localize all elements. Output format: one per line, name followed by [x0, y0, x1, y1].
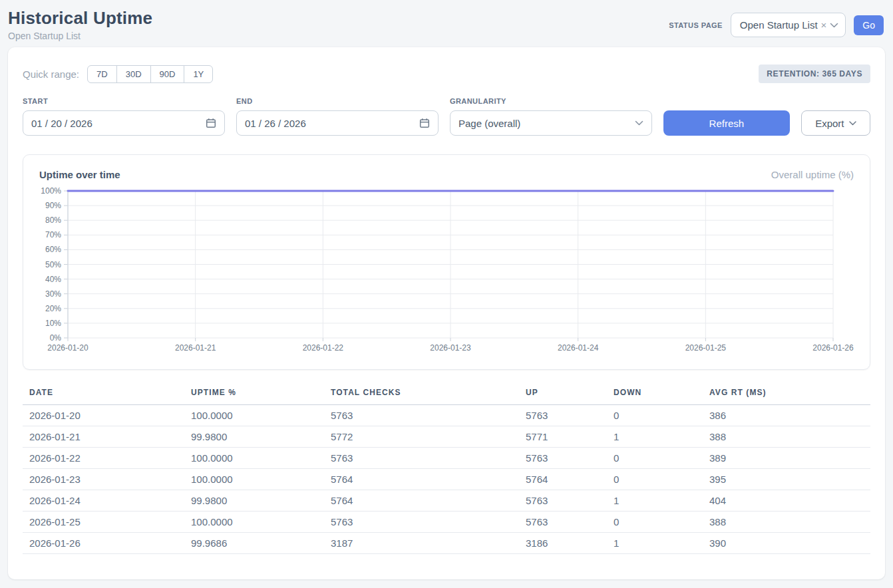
start-date-value: 01 / 20 / 2026 [31, 118, 92, 129]
clear-icon[interactable]: × [821, 19, 827, 31]
table-cell: 390 [703, 533, 870, 554]
table-cell: 99.9800 [184, 490, 324, 512]
table-cell: 3187 [324, 533, 519, 554]
table-cell: 0 [607, 469, 703, 490]
granularity-select[interactable]: Page (overall) [450, 110, 652, 136]
table-cell: 1 [607, 490, 703, 512]
go-button[interactable]: Go [854, 15, 884, 35]
x-tick-label: 2026-01-22 [303, 343, 344, 353]
table-cell: 404 [703, 490, 870, 512]
granularity-label: GRANULARITY [450, 97, 652, 105]
table-cell: 2026-01-22 [23, 448, 184, 469]
retention-badge: RETENTION: 365 DAYS [759, 65, 870, 83]
end-date-field: END 01 / 26 / 2026 [236, 97, 439, 136]
chart-title: Uptime over time [39, 169, 120, 180]
table-cell: 5771 [519, 426, 607, 448]
table-body: 2026-01-20100.00005763576303862026-01-21… [23, 405, 870, 554]
x-tick-label: 2026-01-26 [812, 343, 854, 353]
table-cell: 5764 [324, 490, 519, 512]
table-cell: 395 [703, 469, 870, 490]
export-button[interactable]: Export [801, 110, 870, 136]
table-cell: 0 [607, 405, 703, 426]
table-cell: 386 [703, 405, 870, 426]
status-page-label: STATUS PAGE [669, 21, 723, 29]
topbar-right: STATUS PAGE Open Startup List × Go [669, 13, 884, 37]
x-tick-label: 2026-01-24 [558, 343, 599, 353]
status-page-select[interactable]: Open Startup List × [731, 13, 846, 37]
end-date-value: 01 / 26 / 2026 [245, 118, 306, 129]
uptime-line-chart: 0%10%20%30%40%50%60%70%80%90%100%2026-01… [39, 186, 855, 360]
column-header-down: DOWN [607, 385, 703, 405]
quick-range-row: Quick range: 7D30D90D1Y RETENTION: 365 D… [23, 65, 870, 83]
quick-range-30d[interactable]: 30D [116, 65, 151, 83]
table-cell: 99.9800 [184, 426, 324, 448]
table-cell: 5763 [519, 512, 607, 533]
end-date-input[interactable]: 01 / 26 / 2026 [236, 110, 439, 136]
column-header-total-checks: TOTAL CHECKS [324, 385, 519, 405]
page-title: Historical Uptime [8, 8, 152, 29]
y-tick-label: 70% [45, 230, 61, 239]
table-cell: 2026-01-21 [23, 426, 184, 448]
quick-range-1y[interactable]: 1Y [184, 65, 213, 83]
calendar-icon[interactable] [419, 118, 430, 128]
x-tick-label: 2026-01-21 [175, 343, 216, 353]
table-cell: 5772 [324, 426, 519, 448]
table-row: 2026-01-20100.0000576357630386 [23, 405, 870, 426]
table-cell: 2026-01-24 [23, 490, 184, 512]
column-header-date: DATE [23, 385, 184, 405]
table-cell: 388 [703, 426, 870, 448]
title-block: Historical Uptime Open Startup List [8, 8, 152, 41]
table-cell: 1 [607, 533, 703, 554]
table-cell: 5763 [519, 405, 607, 426]
table-cell: 5763 [519, 490, 607, 512]
column-header-avg-rt-ms-: AVG RT (MS) [703, 385, 870, 405]
table-cell: 2026-01-26 [23, 533, 184, 554]
column-header-uptime-: UPTIME % [184, 385, 324, 405]
y-tick-label: 90% [45, 201, 61, 210]
y-tick-label: 20% [45, 304, 61, 313]
quick-range-90d[interactable]: 90D [150, 65, 185, 83]
start-date-input[interactable]: 01 / 20 / 2026 [23, 110, 225, 136]
quick-range-label: Quick range: [23, 69, 79, 80]
chart-legend: Overall uptime (%) [771, 169, 854, 180]
y-tick-label: 50% [45, 260, 61, 269]
table-cell: 100.0000 [184, 469, 324, 490]
y-tick-label: 0% [50, 333, 62, 343]
topbar: Historical Uptime Open Startup List STAT… [0, 0, 893, 41]
main-card: Quick range: 7D30D90D1Y RETENTION: 365 D… [8, 47, 885, 579]
calendar-icon[interactable] [206, 118, 216, 128]
y-tick-label: 60% [45, 245, 61, 254]
quick-range-7d[interactable]: 7D [87, 65, 117, 83]
table-cell: 5763 [324, 405, 519, 426]
granularity-value: Page (overall) [458, 118, 520, 129]
chevron-down-icon [830, 23, 838, 28]
quick-range-group: 7D30D90D1Y [87, 65, 213, 83]
y-tick-label: 30% [45, 289, 61, 299]
chevron-down-icon [635, 120, 643, 126]
chart-header: Uptime over time Overall uptime (%) [39, 169, 854, 180]
table-cell: 5763 [519, 448, 607, 469]
uptime-chart-card: Uptime over time Overall uptime (%) 0%10… [23, 154, 870, 370]
table-cell: 2026-01-23 [23, 469, 184, 490]
column-header-up: UP [519, 385, 607, 405]
table-cell: 100.0000 [184, 405, 324, 426]
table-cell: 5764 [324, 469, 519, 490]
table-row: 2026-01-23100.0000576457640395 [23, 469, 870, 490]
export-label: Export [815, 118, 844, 129]
table-cell: 5763 [324, 512, 519, 533]
table-cell: 5764 [519, 469, 607, 490]
table-row: 2026-01-2499.9800576457631404 [23, 490, 870, 512]
table-row: 2026-01-2199.9800577257711388 [23, 426, 870, 448]
page-subtitle: Open Startup List [8, 31, 152, 41]
table-row: 2026-01-2699.9686318731861390 [23, 533, 870, 554]
y-tick-label: 80% [45, 216, 61, 225]
table-row: 2026-01-22100.0000576357630389 [23, 448, 870, 469]
chevron-down-icon [849, 121, 856, 126]
table-cell: 0 [607, 512, 703, 533]
y-tick-label: 100% [41, 186, 61, 196]
refresh-button[interactable]: Refresh [663, 110, 790, 136]
start-label: START [23, 97, 225, 105]
status-page-value: Open Startup List [740, 19, 818, 31]
x-tick-label: 2026-01-25 [685, 343, 727, 353]
y-tick-label: 40% [45, 275, 61, 284]
